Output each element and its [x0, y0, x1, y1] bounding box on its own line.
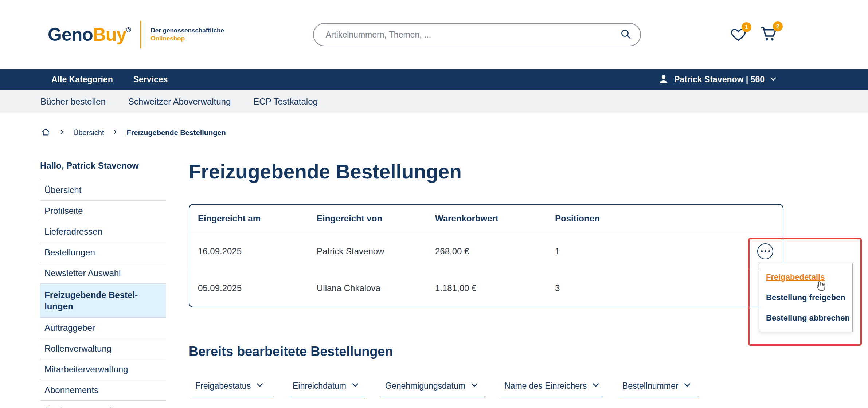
search-input[interactable] [313, 23, 641, 46]
cell-warenkorbwert: 268,00 € [435, 246, 555, 256]
heart-icon [730, 36, 746, 42]
chevron-down-icon [256, 381, 264, 391]
subnav-item-ecp-testkatalog[interactable]: ECP Testkatalog [253, 97, 318, 107]
logo-tagline: Der genossenschaftliche Onlineshop [151, 27, 224, 43]
logo-wordmark: GenoBuy® [48, 24, 131, 45]
wishlist-button[interactable]: 1 [730, 27, 746, 43]
column-header-eingereicht-von: Eingereicht von [317, 213, 435, 224]
chevron-right-icon [59, 129, 64, 136]
logo[interactable]: GenoBuy® Der genossenschaftliche Onlines… [48, 21, 224, 48]
menu-item-bestellung-freigeben[interactable]: Bestellung freigeben [766, 293, 849, 302]
main-navbar: Alle Kategorien Services Patrick Staveno… [0, 69, 868, 90]
sidebar-item-mitarbeiterverwaltung[interactable]: Mitarbeiterverwaltung [40, 359, 166, 380]
filters-row: Freigabestatus Einreichdatum Genehmigung… [192, 381, 868, 397]
search-bar [313, 23, 641, 46]
registered-mark: ® [126, 26, 130, 34]
cart-badge: 2 [773, 21, 783, 31]
tagline-line2: Onlineshop [151, 35, 224, 43]
sidebar-item-auftraggeber[interactable]: Auftraggeber [40, 318, 166, 338]
sidebar-item-lieferadressen[interactable]: Lieferadressen [40, 221, 166, 242]
filter-einreichdatum[interactable]: Einreichdatum [289, 381, 365, 397]
chevron-down-icon [470, 381, 478, 391]
menu-item-bestellung-abbrechen[interactable]: Bestellung abbrechen [766, 313, 849, 323]
account-menu[interactable]: Patrick Stavenow | 560 [658, 74, 777, 86]
breadcrumb: Übersicht Freizugebende Bestellungen [41, 127, 868, 138]
row-actions-menu: Freigabedetails Bestellung freigeben Bes… [759, 263, 853, 332]
sidebar-item-rollenverwaltung[interactable]: Rollenverwaltung [40, 338, 166, 359]
row-actions-button[interactable] [757, 243, 773, 259]
header: GenoBuy® Der genossenschaftliche Onlines… [0, 0, 868, 69]
page: GenoBuy® Der genossenschaftliche Onlines… [0, 0, 868, 408]
sidebar-item-abonnements[interactable]: Abonnements [40, 380, 166, 401]
sidebar-item-bestellungen[interactable]: Bestellungen [40, 242, 166, 263]
header-icons: 1 2 [730, 26, 778, 43]
subnav: Bücher bestellen Schweitzer Aboverwaltun… [0, 90, 868, 113]
tagline-line1: Der genossenschaftliche [151, 27, 224, 35]
page-title: Freizugebende Bestellungen [189, 161, 868, 183]
chevron-down-icon [770, 75, 777, 84]
chevron-down-icon [351, 381, 359, 391]
sidebar-greeting: Hallo, Patrick Stavenow [40, 161, 166, 180]
cell-positionen: 1 [555, 246, 783, 256]
sidebar-item-freizugebende-bestellungen[interactable]: Freizugebende Bestel­lungen [40, 284, 166, 318]
search-icon[interactable] [620, 28, 632, 41]
sidebar-item-uebersicht[interactable]: Übersicht [40, 180, 166, 201]
subnav-item-buecher-bestellen[interactable]: Bücher bestellen [40, 97, 106, 107]
wishlist-badge: 1 [742, 22, 751, 32]
nav-item-services[interactable]: Services [133, 75, 168, 85]
menu-item-freigabedetails[interactable]: Freigabedetails [766, 272, 849, 282]
sidebar-item-sortimentsverwaltung[interactable]: Sortimentsverwaltung [40, 401, 166, 408]
chevron-right-icon [113, 129, 118, 136]
content: Hallo, Patrick Stavenow Übersicht Profil… [0, 161, 868, 408]
cell-eingereicht-am: 05.09.2025 [198, 283, 317, 293]
subnav-item-schweitzer-aboverwaltung[interactable]: Schweitzer Aboverwaltung [128, 97, 231, 107]
orders-table: Eingereicht am Eingereicht von Warenkorb… [189, 204, 783, 307]
cell-eingereicht-von: Patrick Stavenow [317, 246, 435, 256]
cart-button[interactable]: 2 [760, 26, 778, 43]
cell-eingereicht-am: 16.09.2025 [198, 246, 317, 256]
table-row: 16.09.2025 Patrick Stavenow 268,00 € 1 [189, 233, 783, 270]
chevron-down-icon [683, 381, 691, 391]
table-header-row: Eingereicht am Eingereicht von Warenkorb… [189, 205, 783, 233]
chevron-down-icon [592, 381, 600, 391]
column-header-positionen: Positionen [555, 213, 783, 224]
filter-freigabestatus[interactable]: Freigabestatus [192, 381, 273, 397]
cart-icon [760, 37, 778, 43]
logo-divider [140, 21, 141, 48]
column-header-warenkorbwert: Warenkorbwert [435, 213, 555, 224]
home-icon[interactable] [41, 127, 51, 138]
filter-name-des-einreichers[interactable]: Name des Einreichers [501, 381, 603, 397]
logo-part-buy: Buy [93, 24, 126, 45]
breadcrumb-current: Freizugebende Bestellungen [126, 129, 226, 137]
filter-genehmigungsdatum[interactable]: Genehmigungsdatum [382, 381, 485, 397]
column-header-eingereicht-am: Eingereicht am [198, 213, 317, 224]
user-icon [658, 74, 669, 86]
table-row: 05.09.2025 Uliana Chkalova 1.181,00 € 3 [189, 270, 783, 307]
cell-positionen: 3 [555, 283, 783, 293]
logo-part-geno: Geno [48, 24, 93, 45]
sidebar: Hallo, Patrick Stavenow Übersicht Profil… [40, 161, 166, 408]
sidebar-item-profilseite[interactable]: Profilseite [40, 201, 166, 221]
processed-orders-title: Bereits bearbeitete Bestellungen [189, 344, 868, 359]
filter-bestellnummer[interactable]: Bestellnummer [619, 381, 699, 397]
breadcrumb-uebersicht[interactable]: Übersicht [73, 129, 104, 137]
account-label: Patrick Stavenow | 560 [674, 75, 765, 85]
cell-warenkorbwert: 1.181,00 € [435, 283, 555, 293]
ellipsis-icon [761, 250, 763, 252]
sidebar-item-newsletter-auswahl[interactable]: Newsletter Auswahl [40, 263, 166, 284]
cell-eingereicht-von: Uliana Chkalova [317, 283, 435, 293]
nav-item-alle-kategorien[interactable]: Alle Kategorien [51, 75, 113, 85]
